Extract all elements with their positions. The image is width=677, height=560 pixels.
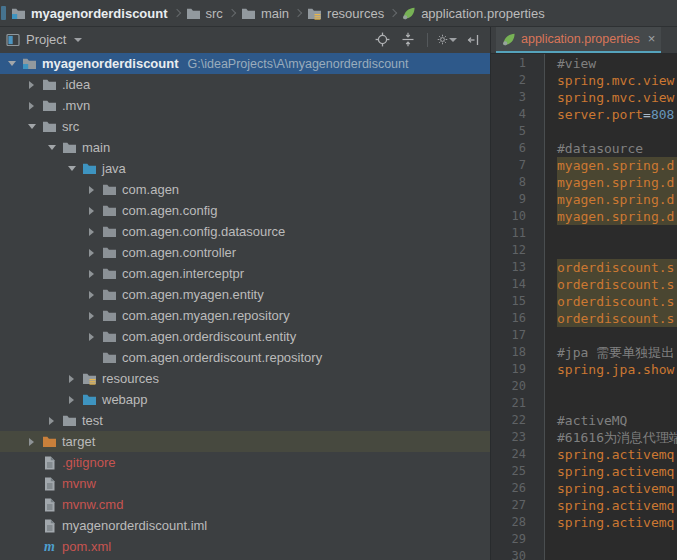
code-text[interactable] xyxy=(545,395,677,412)
code-text[interactable] xyxy=(545,327,677,344)
code-text[interactable] xyxy=(545,548,677,560)
code-text[interactable]: orderdiscount.s xyxy=(545,276,677,293)
expand-arrow-icon[interactable] xyxy=(84,270,99,278)
expand-arrow-icon[interactable] xyxy=(4,61,19,66)
chevron-down-icon[interactable] xyxy=(74,38,82,42)
code-text[interactable] xyxy=(545,242,677,259)
tree-row[interactable]: .gitignore xyxy=(0,452,490,473)
editor-line[interactable]: 24spring.activemq xyxy=(491,446,677,463)
expand-arrow-icon[interactable] xyxy=(84,228,99,236)
tree-row[interactable]: test xyxy=(0,410,490,431)
tab-application-properties[interactable]: application.properties × xyxy=(496,27,661,53)
editor-line[interactable]: 3spring.mvc.view xyxy=(491,89,677,106)
expand-arrow-icon[interactable] xyxy=(44,145,59,150)
editor-line[interactable]: 10myagen.spring.d xyxy=(491,208,677,225)
expand-arrow-icon[interactable] xyxy=(84,186,99,194)
code-text[interactable] xyxy=(545,225,677,242)
editor-line[interactable]: 16orderdiscount.s xyxy=(491,310,677,327)
editor-line[interactable]: 19spring.jpa.show xyxy=(491,361,677,378)
breadcrumb-item[interactable]: resources xyxy=(305,6,386,21)
expand-arrow-icon[interactable] xyxy=(24,81,39,89)
tree-row[interactable]: target xyxy=(0,431,490,452)
breadcrumb-item[interactable]: application.properties xyxy=(400,6,547,21)
tree-row[interactable]: webapp xyxy=(0,389,490,410)
editor-line[interactable]: 17 xyxy=(491,327,677,344)
tree-row[interactable]: com.agen.config.datasource xyxy=(0,221,490,242)
code-text[interactable]: #jpa 需要单独提出 xyxy=(545,344,677,361)
breadcrumb-item[interactable]: src xyxy=(184,6,225,21)
editor-line[interactable]: 26spring.activemq xyxy=(491,480,677,497)
tree-row[interactable]: mvnw.cmd xyxy=(0,494,490,515)
code-text[interactable]: #61616为消息代理端 xyxy=(545,429,677,446)
tree-row[interactable]: java xyxy=(0,158,490,179)
code-text[interactable]: orderdiscount.s xyxy=(545,293,677,310)
editor-line[interactable]: 11 xyxy=(491,225,677,242)
editor-line[interactable]: 7myagen.spring.d xyxy=(491,157,677,174)
expand-arrow-icon[interactable] xyxy=(84,207,99,215)
code-text[interactable]: #activeMQ xyxy=(545,412,677,429)
tree-row[interactable]: com.agen.orderdiscount.repository xyxy=(0,347,490,368)
tree-row[interactable]: com.agen.interceptpr xyxy=(0,263,490,284)
code-text[interactable] xyxy=(545,531,677,548)
settings-gear-icon[interactable] xyxy=(437,30,457,50)
editor-line[interactable]: 1#view xyxy=(491,55,677,72)
editor[interactable]: 1#view2spring.mvc.view3spring.mvc.view4s… xyxy=(491,54,677,560)
expand-arrow-icon[interactable] xyxy=(24,124,39,129)
breadcrumb-item[interactable]: myagenorderdiscount xyxy=(9,6,170,21)
tree-row[interactable]: .mvn xyxy=(0,95,490,116)
code-text[interactable]: spring.activemq xyxy=(545,463,677,480)
locate-icon[interactable] xyxy=(372,30,392,50)
expand-arrow-icon[interactable] xyxy=(84,333,99,341)
code-text[interactable]: orderdiscount.s xyxy=(545,259,677,276)
expand-arrow-icon[interactable] xyxy=(64,375,79,383)
editor-line[interactable]: 8myagen.spring.d xyxy=(491,174,677,191)
tree-row[interactable]: myagenorderdiscount.iml xyxy=(0,515,490,536)
panel-title[interactable]: Project xyxy=(26,32,66,47)
code-text[interactable]: #view xyxy=(545,55,677,72)
close-icon[interactable]: × xyxy=(648,34,656,44)
expand-arrow-icon[interactable] xyxy=(24,438,39,446)
code-text[interactable]: spring.activemq xyxy=(545,480,677,497)
code-text[interactable]: spring.activemq xyxy=(545,446,677,463)
editor-line[interactable]: 21 xyxy=(491,395,677,412)
editor-line[interactable]: 15orderdiscount.s xyxy=(491,293,677,310)
editor-line[interactable]: 25spring.activemq xyxy=(491,463,677,480)
editor-line[interactable]: 9myagen.spring.d xyxy=(491,191,677,208)
collapse-all-icon[interactable] xyxy=(398,30,418,50)
editor-line[interactable]: 14orderdiscount.s xyxy=(491,276,677,293)
editor-line[interactable]: 12 xyxy=(491,242,677,259)
expand-arrow-icon[interactable] xyxy=(64,396,79,404)
expand-arrow-icon[interactable] xyxy=(84,312,99,320)
editor-line[interactable]: 29 xyxy=(491,531,677,548)
code-text[interactable]: spring.mvc.view xyxy=(545,72,677,89)
tree-row[interactable]: com.agen.controller xyxy=(0,242,490,263)
editor-line[interactable]: 28spring.activemq xyxy=(491,514,677,531)
breadcrumb-item[interactable]: main xyxy=(239,6,291,21)
editor-line[interactable]: 23#61616为消息代理端 xyxy=(491,429,677,446)
code-text[interactable]: myagen.spring.d xyxy=(545,208,677,225)
tree-row[interactable]: src xyxy=(0,116,490,137)
tree-row[interactable]: .idea xyxy=(0,74,490,95)
editor-line[interactable]: 18#jpa 需要单独提出 xyxy=(491,344,677,361)
tree-row[interactable]: myagenorderdiscountG:\ideaProjects\A\mya… xyxy=(0,53,490,74)
code-text[interactable]: server.port=808 xyxy=(545,106,677,123)
hide-panel-icon[interactable] xyxy=(463,30,483,50)
tree-row[interactable]: resources xyxy=(0,368,490,389)
editor-line[interactable]: 5 xyxy=(491,123,677,140)
code-text[interactable]: spring.mvc.view xyxy=(545,89,677,106)
expand-arrow-icon[interactable] xyxy=(84,249,99,257)
tree-row[interactable]: com.agen.config xyxy=(0,200,490,221)
editor-line[interactable]: 2spring.mvc.view xyxy=(491,72,677,89)
tree-row[interactable]: com.agen.orderdiscount.entity xyxy=(0,326,490,347)
tree-row[interactable]: com.agen xyxy=(0,179,490,200)
expand-arrow-icon[interactable] xyxy=(64,166,79,171)
tree-row[interactable]: main xyxy=(0,137,490,158)
editor-line[interactable]: 27spring.activemq xyxy=(491,497,677,514)
code-text[interactable]: spring.jpa.show xyxy=(545,361,677,378)
tree-row[interactable]: com.agen.myagen.repository xyxy=(0,305,490,326)
tree-row[interactable]: mvnw xyxy=(0,473,490,494)
expand-arrow-icon[interactable] xyxy=(24,102,39,110)
code-text[interactable] xyxy=(545,378,677,395)
code-text[interactable]: myagen.spring.d xyxy=(545,174,677,191)
tree-row[interactable]: com.agen.myagen.entity xyxy=(0,284,490,305)
